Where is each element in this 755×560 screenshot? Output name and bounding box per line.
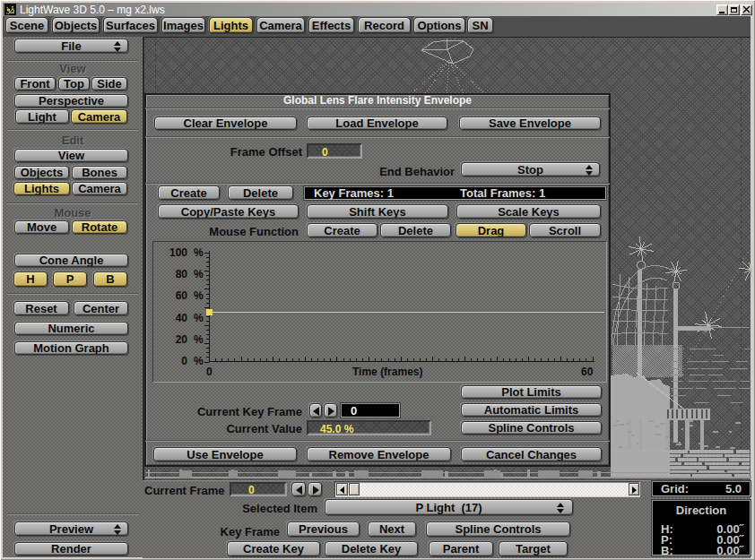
svg-text:60: 60 bbox=[176, 289, 188, 302]
svg-text:%: % bbox=[194, 268, 204, 280]
svg-text:80: 80 bbox=[176, 268, 188, 280]
svg-text:40: 40 bbox=[176, 312, 188, 324]
svg-text:20: 20 bbox=[176, 333, 188, 346]
svg-text:%: % bbox=[194, 312, 204, 324]
svg-text:0: 0 bbox=[181, 355, 187, 367]
svg-text:100: 100 bbox=[169, 246, 187, 259]
svg-text:%: % bbox=[194, 333, 204, 346]
svg-text:Time (frames): Time (frames) bbox=[352, 366, 422, 378]
svg-text:0: 0 bbox=[206, 366, 213, 378]
svg-text:%: % bbox=[194, 246, 204, 259]
svg-text:%: % bbox=[194, 355, 204, 367]
svg-text:60: 60 bbox=[581, 366, 594, 378]
svg-text:%: % bbox=[194, 289, 204, 302]
